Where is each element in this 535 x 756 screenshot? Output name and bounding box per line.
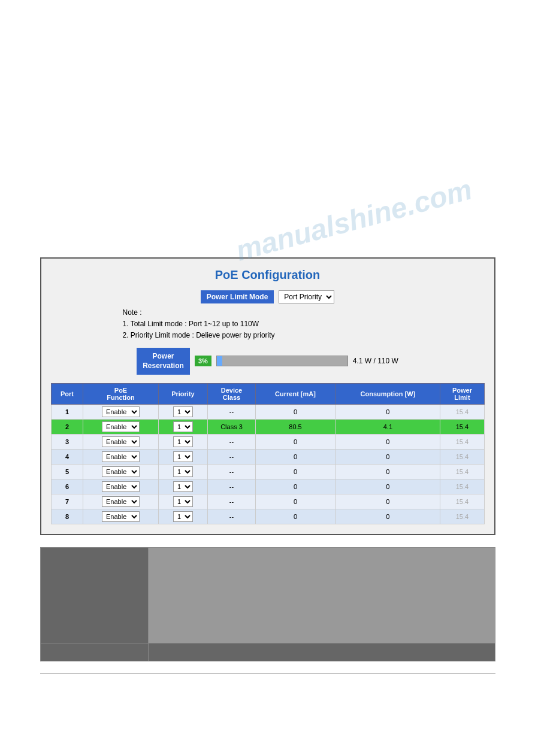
cell-current: 0 <box>255 494 335 509</box>
table-row: 5 Enable Disable 1 2 3 -- 0 0 15.4 <box>51 464 484 479</box>
function-select[interactable]: Enable Disable <box>102 436 140 447</box>
note-line-1: 1. Total Limit mode : Port 1~12 up to 11… <box>123 318 485 330</box>
cell-function[interactable]: Enable Disable <box>83 405 158 420</box>
th-priority: Priority <box>158 384 208 405</box>
cell-device-class: -- <box>208 450 255 464</box>
priority-select[interactable]: 1 2 3 <box>173 436 193 447</box>
cell-consumption: 0 <box>335 464 440 479</box>
power-reservation-text: 4.1 W / 110 W <box>353 357 398 365</box>
priority-select[interactable]: 1 2 3 <box>173 406 193 417</box>
cell-consumption: 0 <box>335 435 440 450</box>
power-reservation-label: PowerReservation <box>137 348 190 375</box>
cell-port: 7 <box>51 494 83 509</box>
cell-consumption: 4.1 <box>335 420 440 435</box>
bottom-footer-left <box>40 643 148 661</box>
th-function: PoEFunction <box>83 384 158 405</box>
bottom-main-row <box>40 548 495 643</box>
cell-device-class: -- <box>208 435 255 450</box>
cell-power-limit: 15.4 <box>440 435 484 450</box>
cell-device-class: Class 3 <box>208 420 255 435</box>
cell-consumption: 0 <box>335 494 440 509</box>
poe-table: Port PoEFunction Priority DeviceClass Cu… <box>51 383 485 524</box>
cell-port: 5 <box>51 464 83 479</box>
cell-port: 6 <box>51 479 83 494</box>
cell-power-limit: 15.4 <box>440 420 484 435</box>
cell-power-limit: 15.4 <box>440 450 484 464</box>
progress-bar-fill <box>217 356 222 366</box>
priority-select[interactable]: 1 2 3 <box>173 496 193 507</box>
cell-function[interactable]: Enable Disable <box>83 450 158 464</box>
cell-priority[interactable]: 1 2 3 <box>158 464 208 479</box>
power-reservation-percent: 3% <box>195 356 211 366</box>
bottom-footer-line <box>40 673 495 675</box>
cell-power-limit: 15.4 <box>440 509 484 524</box>
note-line-0: Note : <box>123 307 485 318</box>
th-device-class: DeviceClass <box>208 384 255 405</box>
function-select[interactable]: Enable Disable <box>102 466 140 477</box>
cell-function[interactable]: Enable Disable <box>83 479 158 494</box>
cell-device-class: -- <box>208 509 255 524</box>
table-row: 4 Enable Disable 1 2 3 -- 0 0 15.4 <box>51 450 484 464</box>
table-row: 1 Enable Disable 1 2 3 -- 0 0 15.4 <box>51 405 484 420</box>
cell-power-limit: 15.4 <box>440 479 484 494</box>
cell-port: 3 <box>51 435 83 450</box>
priority-select[interactable]: 1 2 3 <box>173 421 193 432</box>
priority-select[interactable]: 1 2 3 <box>173 451 193 462</box>
function-select[interactable]: Enable Disable <box>102 481 140 492</box>
bottom-table <box>40 547 495 661</box>
cell-port: 4 <box>51 450 83 464</box>
cell-function[interactable]: Enable Disable <box>83 420 158 435</box>
function-select[interactable]: Enable Disable <box>102 421 140 432</box>
bottom-right-col <box>148 548 495 643</box>
power-limit-mode-label: Power Limit Mode <box>201 290 274 303</box>
table-row: 6 Enable Disable 1 2 3 -- 0 0 15.4 <box>51 479 484 494</box>
cell-consumption: 0 <box>335 509 440 524</box>
cell-port: 1 <box>51 405 83 420</box>
cell-current: 0 <box>255 450 335 464</box>
cell-priority[interactable]: 1 2 3 <box>158 435 208 450</box>
cell-function[interactable]: Enable Disable <box>83 509 158 524</box>
poe-config-panel: PoE Configuration Power Limit Mode Port … <box>40 257 495 535</box>
cell-priority[interactable]: 1 2 3 <box>158 450 208 464</box>
cell-power-limit: 15.4 <box>440 464 484 479</box>
table-row: 8 Enable Disable 1 2 3 -- 0 0 15.4 <box>51 509 484 524</box>
note-section: Note : 1. Total Limit mode : Port 1~12 u… <box>123 307 485 342</box>
function-select[interactable]: Enable Disable <box>102 496 140 507</box>
cell-function[interactable]: Enable Disable <box>83 464 158 479</box>
cell-current: 0 <box>255 509 335 524</box>
cell-consumption: 0 <box>335 405 440 420</box>
function-select[interactable]: Enable Disable <box>102 406 140 417</box>
cell-port: 2 <box>51 420 83 435</box>
cell-port: 8 <box>51 509 83 524</box>
cell-power-limit: 15.4 <box>440 405 484 420</box>
bottom-footer-right <box>148 643 495 661</box>
power-reservation-row: PowerReservation 3% 4.1 W / 110 W <box>51 348 485 375</box>
cell-function[interactable]: Enable Disable <box>83 494 158 509</box>
power-limit-mode-row: Power Limit Mode Port Priority Total Lim… <box>51 290 485 303</box>
cell-device-class: -- <box>208 479 255 494</box>
priority-select[interactable]: 1 2 3 <box>173 466 193 477</box>
power-limit-mode-select[interactable]: Port Priority Total Limit <box>279 290 334 303</box>
bottom-footer-row <box>40 643 495 661</box>
cell-power-limit: 15.4 <box>440 494 484 509</box>
th-consumption: Consumption [W] <box>335 384 440 405</box>
cell-priority[interactable]: 1 2 3 <box>158 509 208 524</box>
cell-device-class: -- <box>208 464 255 479</box>
function-select[interactable]: Enable Disable <box>102 511 140 522</box>
bottom-left-col <box>40 548 148 643</box>
function-select[interactable]: Enable Disable <box>102 451 140 462</box>
table-header-row: Port PoEFunction Priority DeviceClass Cu… <box>51 384 484 405</box>
cell-device-class: -- <box>208 405 255 420</box>
page-title: PoE Configuration <box>51 268 485 282</box>
cell-current: 80.5 <box>255 420 335 435</box>
cell-current: 0 <box>255 435 335 450</box>
power-reservation-progress-bar <box>216 356 348 366</box>
cell-priority[interactable]: 1 2 3 <box>158 479 208 494</box>
cell-priority[interactable]: 1 2 3 <box>158 420 208 435</box>
cell-current: 0 <box>255 464 335 479</box>
cell-priority[interactable]: 1 2 3 <box>158 405 208 420</box>
priority-select[interactable]: 1 2 3 <box>173 511 193 522</box>
cell-function[interactable]: Enable Disable <box>83 435 158 450</box>
cell-priority[interactable]: 1 2 3 <box>158 494 208 509</box>
priority-select[interactable]: 1 2 3 <box>173 481 193 492</box>
